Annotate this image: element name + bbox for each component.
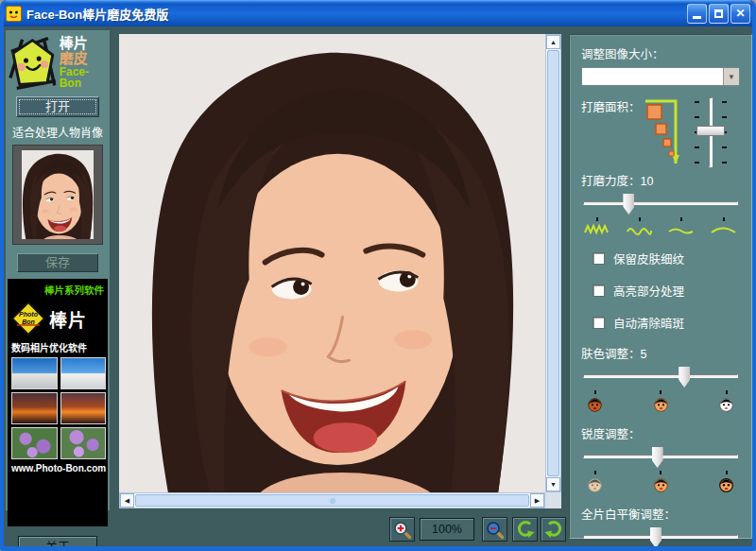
polish-strength-label: 打磨力度：10	[581, 171, 740, 189]
polish-area-diagram-icon	[642, 95, 679, 169]
smooth-arc-icon	[711, 223, 737, 235]
portrait-hint-label: 适合处理人物肖像	[6, 124, 110, 140]
scroll-down-button[interactable]: ▼	[546, 477, 560, 491]
horizontal-scrollbar[interactable]: ◀ ▶	[119, 492, 545, 508]
close-icon: ✕	[735, 8, 745, 19]
titlebar: Face-Bon棒片磨皮免费版 ✕	[0, 0, 756, 26]
scroll-up-button[interactable]: ▲	[546, 35, 560, 49]
rough-wave-icon	[584, 223, 610, 235]
image-size-dropdown[interactable]: ▼	[581, 67, 740, 86]
window-title: Face-Bon棒片磨皮免费版	[26, 5, 168, 23]
scroll-up-icon: ▲	[550, 39, 557, 45]
polish-area-slider-thumb[interactable]	[696, 126, 725, 136]
checkbox-row-keep-texture[interactable]: 保留皮肤细纹	[593, 250, 740, 267]
app-window: Face-Bon棒片磨皮免费版 ✕ 棒片 磨皮	[0, 0, 756, 551]
polish-strength-slider[interactable]	[581, 193, 740, 215]
sample-image-sunset-after	[60, 392, 107, 424]
logo-text-1: 棒片	[60, 36, 110, 51]
scroll-down-icon: ▼	[550, 481, 557, 488]
vertical-scrollbar[interactable]: ▲ ▼	[545, 34, 561, 492]
preview-thumbnail	[22, 150, 94, 239]
promo-website-link[interactable]: www.Photo-Bon.com	[11, 463, 106, 474]
scroll-grip	[330, 498, 335, 504]
chevron-down-icon[interactable]: ▼	[723, 68, 739, 85]
skin-tone-slider-thumb[interactable]	[679, 367, 690, 387]
photo-bon-badge-icon: Photo Bon	[11, 301, 45, 336]
scroll-left-icon: ◀	[125, 497, 129, 505]
skin-tone-slider[interactable]	[581, 366, 740, 388]
controls-panel: 调整图像大小： ▼ 打磨面积：	[569, 34, 752, 539]
promo-product-name: 棒片	[49, 306, 87, 332]
badge-text-2: Bon	[11, 319, 45, 325]
resize-label: 调整图像大小：	[581, 44, 740, 62]
dropdown-value	[582, 68, 723, 85]
soft-wave-icon	[668, 223, 695, 235]
checkbox-keep-texture[interactable]	[593, 252, 605, 265]
minimize-icon	[693, 16, 701, 19]
open-button[interactable]: 打开	[16, 96, 99, 117]
sharpness-slider-thumb[interactable]	[652, 447, 663, 468]
rotate-left-icon	[516, 520, 535, 539]
image-canvas-area: ▲ ▼ ◀ ▶	[119, 34, 561, 508]
rotate-right-button[interactable]	[541, 517, 566, 542]
sample-image-sky-after	[60, 357, 107, 389]
zoom-out-button[interactable]	[482, 517, 507, 542]
slider-track[interactable]	[583, 201, 738, 205]
polish-area-label: 打磨面积：	[581, 95, 642, 169]
slider-track[interactable]	[583, 374, 738, 378]
polish-area-slider[interactable]	[695, 95, 727, 169]
checkbox-row-autoclean[interactable]: 自动清除暗斑	[593, 314, 740, 332]
logo-text-3: Face-Bon	[60, 66, 110, 90]
app-icon	[6, 6, 22, 22]
checkbox-label: 高亮部分处理	[613, 282, 684, 300]
sample-image-sky-before	[11, 357, 58, 389]
horizontal-scroll-thumb[interactable]	[135, 494, 529, 507]
promo-subtitle: 数码相片优化软件	[11, 340, 106, 354]
checkbox-highlight[interactable]	[593, 284, 605, 297]
sample-image-flower-after	[60, 427, 107, 459]
skin-tone-scale-icons	[581, 390, 740, 412]
vertical-scroll-thumb[interactable]	[547, 50, 559, 476]
preview-thumbnail-frame	[12, 145, 103, 245]
medium-face-icon	[653, 396, 669, 412]
rotate-right-icon	[544, 520, 563, 539]
sharp-face-icon	[718, 476, 734, 492]
white-balance-slider[interactable]	[581, 526, 740, 549]
checkbox-autoclean[interactable]	[593, 317, 605, 329]
face-bon-mascot-icon	[8, 35, 58, 92]
white-balance-slider-thumb[interactable]	[650, 527, 662, 548]
promo-panel: 棒片系列软件 Professional Digital Image Softwa…	[8, 279, 108, 526]
scroll-left-button[interactable]: ◀	[120, 493, 134, 508]
zoom-out-icon	[485, 520, 505, 540]
zoom-in-button[interactable]	[389, 517, 415, 542]
maximize-button[interactable]	[709, 4, 729, 24]
about-button[interactable]: 关于	[18, 536, 97, 551]
normal-face-icon	[653, 476, 669, 492]
sharpness-slider[interactable]	[581, 446, 740, 469]
white-balance-label: 全片白平衡调整：	[581, 505, 740, 523]
photo-canvas	[119, 34, 545, 492]
maximize-icon	[714, 9, 723, 18]
blurry-face-icon	[587, 476, 603, 492]
sharpness-label: 锐度调整：	[581, 424, 740, 442]
sample-image-flower-before	[11, 427, 58, 459]
sharpness-scale-icons	[581, 471, 740, 492]
medium-wave-icon	[627, 223, 653, 235]
polish-strength-slider-thumb[interactable]	[623, 194, 634, 215]
sample-image-sunset-before	[11, 392, 58, 424]
minimize-button[interactable]	[687, 4, 707, 24]
close-button[interactable]: ✕	[730, 4, 750, 24]
checkbox-label: 自动清除暗斑	[613, 314, 684, 332]
rotate-left-button[interactable]	[512, 517, 538, 542]
skin-tone-label: 肤色调整：5	[581, 344, 740, 362]
logo-text-2: 磨皮	[60, 51, 110, 66]
scroll-right-button[interactable]: ▶	[530, 493, 544, 508]
strength-scale-icons	[581, 217, 740, 235]
badge-text-1: Photo	[11, 311, 45, 318]
checkbox-row-highlight[interactable]: 高亮部分处理	[593, 282, 740, 300]
pale-face-icon	[718, 396, 734, 412]
app-logo: 棒片 磨皮 Face-Bon	[6, 30, 110, 93]
sidebar: 棒片 磨皮 Face-Bon 打开 适合处理人物肖像 保存 棒片系列软件 Pro…	[6, 30, 110, 510]
save-button[interactable]: 保存	[17, 253, 98, 272]
dark-face-icon	[587, 396, 603, 412]
